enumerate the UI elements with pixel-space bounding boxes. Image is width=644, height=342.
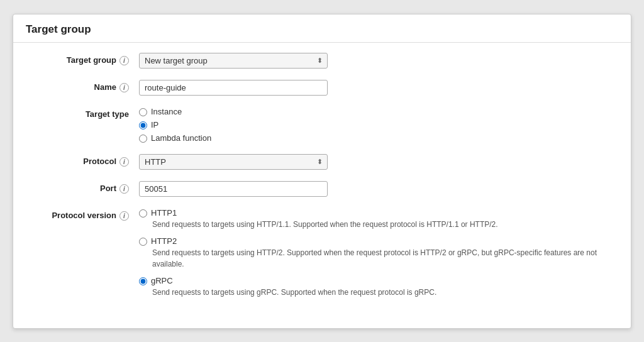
target-group-panel: Target group Target group i New target g… [13, 14, 631, 329]
pv-grpc-item: gRPC [139, 276, 618, 285]
pv-grpc-label[interactable]: gRPC [151, 276, 173, 285]
target-type-row: Target type Instance IP Lambda function [26, 107, 618, 143]
pv-http2-desc: Send requests to targets using HTTP/2. S… [152, 247, 618, 270]
target-group-select[interactable]: New target group Existing target group [139, 53, 328, 69]
protocol-version-row: Protocol version i HTTP1 Send requests t… [26, 208, 618, 304]
name-label: Name i [26, 80, 139, 92]
pv-http1-desc: Send requests to targets using HTTP/1.1.… [152, 219, 618, 230]
name-input[interactable] [139, 80, 328, 96]
pv-http1-item: HTTP1 [139, 208, 618, 218]
target-type-instance-item: Instance [139, 107, 618, 116]
target-type-lambda-radio[interactable] [139, 135, 147, 143]
protocol-version-control: HTTP1 Send requests to targets using HTT… [139, 208, 618, 304]
target-type-lambda-label[interactable]: Lambda function [151, 133, 211, 143]
protocol-row: Protocol i HTTP HTTPS TCP TLS UDP TCP_UD… [26, 154, 618, 170]
pv-http2-block: HTTP2 Send requests to targets using HTT… [139, 236, 618, 270]
panel-title: Target group [26, 23, 91, 35]
target-group-label: Target group i [26, 53, 139, 65]
pv-http1-radio[interactable] [139, 209, 147, 218]
target-type-ip-radio[interactable] [139, 121, 147, 130]
target-group-row: Target group i New target group Existing… [26, 53, 618, 69]
target-type-instance-radio[interactable] [139, 108, 147, 116]
protocol-version-info-icon[interactable]: i [119, 211, 129, 221]
protocol-version-label: Protocol version i [26, 208, 139, 221]
target-type-lambda-item: Lambda function [139, 133, 618, 143]
pv-grpc-block: gRPC Send requests to targets using gRPC… [139, 276, 618, 298]
pv-http2-label[interactable]: HTTP2 [151, 236, 177, 246]
pv-grpc-desc: Send requests to targets using gRPC. Sup… [152, 287, 618, 298]
protocol-control: HTTP HTTPS TCP TLS UDP TCP_UDP ⬍ [139, 154, 618, 170]
protocol-select-wrapper: HTTP HTTPS TCP TLS UDP TCP_UDP ⬍ [139, 154, 328, 170]
name-row: Name i [26, 80, 618, 96]
panel-header: Target group [13, 14, 631, 43]
port-row: Port i [26, 181, 618, 197]
protocol-select[interactable]: HTTP HTTPS TCP TLS UDP TCP_UDP [139, 154, 328, 170]
target-type-control: Instance IP Lambda function [139, 107, 618, 143]
target-type-instance-label[interactable]: Instance [151, 107, 182, 116]
target-type-ip-item: IP [139, 120, 618, 130]
pv-http1-label[interactable]: HTTP1 [151, 208, 177, 218]
port-input[interactable] [139, 181, 328, 197]
pv-grpc-radio[interactable] [139, 277, 147, 285]
pv-http2-radio[interactable] [139, 238, 147, 246]
target-type-label: Target type [26, 107, 139, 119]
target-type-ip-label[interactable]: IP [151, 120, 158, 130]
port-info-icon[interactable]: i [119, 184, 129, 194]
panel-body: Target group i New target group Existing… [13, 43, 631, 328]
protocol-label: Protocol i [26, 154, 139, 167]
port-label: Port i [26, 181, 139, 194]
protocol-info-icon[interactable]: i [119, 157, 129, 167]
port-control [139, 181, 618, 197]
target-group-select-wrapper: New target group Existing target group ⬍ [139, 53, 328, 69]
pv-http2-item: HTTP2 [139, 236, 618, 246]
name-control [139, 80, 618, 96]
pv-http1-block: HTTP1 Send requests to targets using HTT… [139, 208, 618, 230]
target-group-info-icon[interactable]: i [119, 56, 129, 65]
target-group-control: New target group Existing target group ⬍ [139, 53, 618, 69]
name-info-icon[interactable]: i [119, 83, 129, 92]
